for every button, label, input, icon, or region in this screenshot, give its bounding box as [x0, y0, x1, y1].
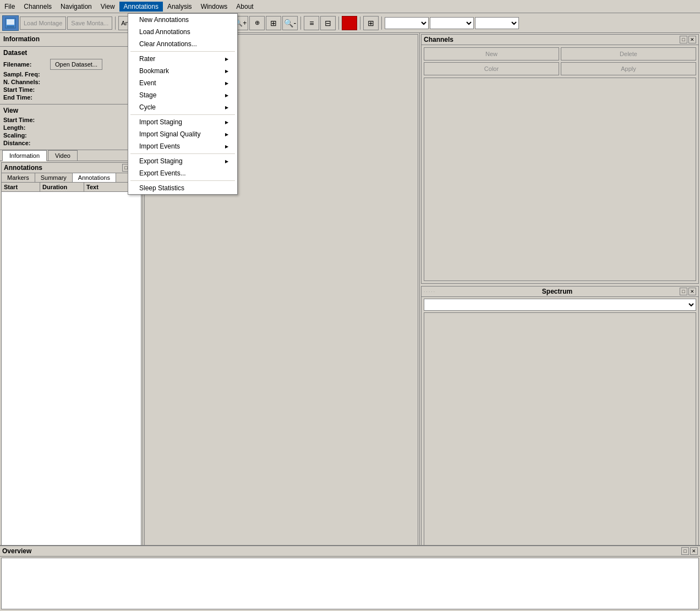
end-time-row: End Time: — [3, 94, 139, 101]
n-channels-row: N. Channels: — [3, 79, 139, 85]
menu-sleep-statistics[interactable]: Sleep Statistics — [128, 182, 237, 194]
app-icon — [2, 15, 19, 31]
menu-import-signal-quality[interactable]: Import Signal Quality — [128, 128, 237, 140]
grid-button[interactable]: ⊞ — [363, 16, 379, 30]
menu-sep3 — [130, 153, 235, 154]
channels-panel: Channels □ ✕ New Delete Color Apply — [421, 34, 699, 284]
menu-rater[interactable]: Rater — [128, 53, 237, 65]
menu-channels[interactable]: Channels — [19, 2, 56, 12]
menu-import-events[interactable]: Import Events — [128, 140, 237, 152]
info-tabs: Information Video — [0, 150, 143, 161]
menu-export-staging[interactable]: Export Staging — [128, 155, 237, 167]
menu-sep1 — [130, 51, 235, 52]
menu-event[interactable]: Event — [128, 77, 237, 89]
menu-about[interactable]: About — [232, 2, 258, 12]
annotations-tabs: Markers Summary Annotations — [2, 173, 141, 183]
menu-cycle[interactable]: Cycle — [128, 101, 237, 113]
spectrum-header: · · · · · Spectrum □ ✕ — [422, 287, 698, 297]
channels-close-button[interactable]: ✕ — [688, 36, 696, 43]
overview-controls: □ ✕ — [681, 547, 698, 555]
display-lines-button[interactable]: ≡ — [304, 16, 319, 30]
dataset-section: Dataset Filename: Open Dataset... Sampl.… — [0, 47, 143, 104]
menu-windows[interactable]: Windows — [196, 2, 232, 12]
spectrum-drag-handle: · · · · · — [424, 289, 435, 294]
view-dropdown1[interactable] — [385, 17, 429, 29]
dataset-title: Dataset — [3, 49, 139, 57]
svg-rect-1 — [7, 19, 14, 25]
overview-header: Overview □ ✕ — [0, 546, 700, 557]
information-title: Information — [3, 35, 139, 43]
channels-title: Channels — [424, 36, 453, 43]
menu-navigation[interactable]: Navigation — [56, 2, 96, 12]
zoom-fit-button[interactable]: ⊕ — [249, 16, 265, 30]
menu-sep4 — [130, 180, 235, 181]
end-time-label: End Time: — [3, 94, 50, 101]
channels-new-button[interactable]: New — [424, 47, 559, 60]
svg-rect-2 — [7, 26, 14, 27]
channels-header: Channels □ ✕ — [422, 35, 698, 45]
load-montage-button[interactable]: Load Montage — [20, 16, 66, 30]
view-dropdown2[interactable] — [430, 17, 474, 29]
menu-bookmark[interactable]: Bookmark — [128, 65, 237, 77]
overview-expand-button[interactable]: □ — [681, 547, 689, 555]
spectrum-close-button[interactable]: ✕ — [688, 288, 696, 295]
annotations-panel-title: Annotations — [4, 164, 42, 172]
tab-annotations[interactable]: Annotations — [73, 173, 116, 182]
menu-clear-annotations[interactable]: Clear Annotations... — [128, 38, 237, 50]
menu-annotations[interactable]: Annotations — [119, 2, 163, 12]
zoom-out-width-button[interactable]: ⊞ — [266, 16, 281, 30]
menu-analysis[interactable]: Analysis — [163, 2, 196, 12]
n-channels-label: N. Channels: — [3, 79, 50, 85]
spectrum-expand-button[interactable]: □ — [680, 288, 687, 295]
information-section: Information — [0, 33, 143, 47]
open-dataset-button[interactable]: Open Dataset... — [50, 59, 102, 70]
menu-sep2 — [130, 114, 235, 115]
annotations-panel: Annotations □ ✕ Markers Summary Annotati… — [1, 162, 141, 591]
spectrum-controls: □ ✕ — [680, 288, 696, 295]
channels-expand-button[interactable]: □ — [680, 36, 687, 43]
color-button[interactable] — [342, 16, 357, 30]
view-start-time-row: Start Time: — [3, 117, 139, 123]
toolbar-sep7 — [381, 16, 382, 30]
menu-export-events[interactable]: Export Events... — [128, 167, 237, 179]
menu-file[interactable]: File — [0, 2, 19, 12]
annotations-dropdown-menu: New Annotations Load Annotations Clear A… — [128, 13, 238, 195]
channels-display — [424, 78, 696, 281]
overview-title: Overview — [2, 547, 681, 555]
overview-close-button[interactable]: ✕ — [690, 547, 698, 555]
sampl-freq-label: Sampl. Freq: — [3, 71, 50, 78]
tab-markers[interactable]: Markers — [2, 173, 35, 182]
zoom-out-button[interactable]: 🔍- — [282, 16, 298, 30]
menubar: File Channels Navigation View Annotation… — [0, 0, 700, 13]
spectrum-channel-dropdown[interactable] — [424, 299, 696, 311]
tab-summary[interactable]: Summary — [35, 173, 73, 182]
view-start-time-label: Start Time: — [3, 117, 50, 123]
toolbar: Load Montage Save Monta... Annotations ◀… — [0, 13, 700, 33]
display-stack-button[interactable]: ⊟ — [320, 16, 336, 30]
view-dropdown3[interactable] — [475, 17, 519, 29]
menu-stage[interactable]: Stage — [128, 89, 237, 101]
col-start: Start — [2, 183, 40, 191]
menu-import-staging[interactable]: Import Staging — [128, 116, 237, 128]
distance-label: Distance: — [3, 140, 50, 146]
overview-section: Overview □ ✕ — [0, 545, 700, 611]
main-layout: Information Dataset Filename: Open Datas… — [0, 33, 700, 599]
tab-video[interactable]: Video — [48, 150, 78, 161]
tab-information[interactable]: Information — [2, 150, 47, 161]
length-label: Length: — [3, 124, 50, 131]
channels-color-button[interactable]: Color — [424, 62, 559, 75]
left-panel: Information Dataset Filename: Open Datas… — [0, 33, 143, 599]
right-panel: Channels □ ✕ New Delete Color Apply · · … — [419, 33, 700, 599]
annotations-body[interactable] — [2, 192, 141, 591]
menu-load-annotations[interactable]: Load Annotations — [128, 26, 237, 38]
sampl-freq-row: Sampl. Freq: — [3, 71, 139, 78]
channels-delete-button[interactable]: Delete — [561, 47, 696, 60]
save-montage-button[interactable]: Save Monta... — [67, 16, 112, 30]
menu-view[interactable]: View — [96, 2, 119, 12]
channels-apply-button[interactable]: Apply — [561, 62, 696, 75]
annotations-table-header: Start Duration Text — [2, 183, 141, 192]
channels-controls: □ ✕ — [680, 36, 696, 43]
toolbar-sep1 — [115, 16, 116, 30]
menu-new-annotations[interactable]: New Annotations — [128, 14, 237, 26]
toolbar-sep4 — [300, 16, 301, 30]
